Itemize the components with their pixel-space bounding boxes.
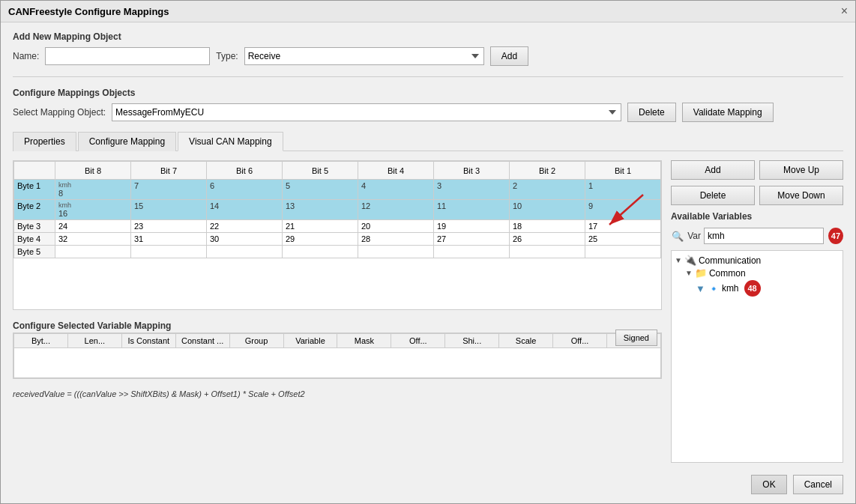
b3c19[interactable]: 19 bbox=[434, 220, 510, 233]
b5c4[interactable] bbox=[283, 246, 358, 258]
badge-48: 48 bbox=[744, 280, 761, 297]
close-button[interactable]: × bbox=[841, 5, 848, 17]
col-scale: Scale bbox=[499, 334, 553, 348]
b3c17[interactable]: 17 bbox=[585, 220, 661, 233]
col-variable: Variable bbox=[283, 334, 337, 348]
b4c31[interactable]: 31 bbox=[131, 233, 207, 246]
b1c1[interactable]: 1 49 bbox=[585, 180, 661, 200]
b4c27[interactable]: 27 bbox=[434, 233, 510, 246]
byte3-label: Byte 3 bbox=[14, 220, 55, 233]
communication-label: Communication bbox=[699, 255, 761, 266]
visual-can-grid-wrapper: Bit 8 Bit 7 Bit 6 Bit 5 Bit 4 Bit 3 Bit … bbox=[13, 160, 662, 310]
right-top-buttons: Add Move Up bbox=[671, 160, 843, 180]
col-bit2: Bit 2 bbox=[510, 162, 585, 180]
b5c5[interactable] bbox=[358, 246, 434, 258]
add-new-mapping-header: Add New Mapping Object bbox=[13, 31, 843, 42]
variable-tree[interactable]: ▼ 🔌 Communication ▼ 📁 Common ▼ 🔹 km bbox=[671, 250, 843, 463]
b1c5[interactable]: 5 bbox=[283, 180, 358, 200]
add-new-mapping-form: Name: Type: Receive Transmit Add bbox=[13, 46, 843, 66]
b5c8[interactable] bbox=[585, 246, 661, 258]
type-label: Type: bbox=[216, 51, 238, 61]
var-icon: ▼ bbox=[696, 283, 705, 294]
col-bit8: Bit 8 bbox=[55, 162, 131, 180]
configure-selected-table: Byt... Len... Is Constant Constant ... G… bbox=[13, 333, 661, 378]
b3c20[interactable]: 20 bbox=[358, 220, 434, 233]
name-input[interactable] bbox=[45, 47, 210, 65]
col-shi: Shi... bbox=[445, 334, 499, 348]
main-window: CANFreestyle Configure Mappings × Add Ne… bbox=[0, 0, 856, 504]
col-len: Len... bbox=[67, 334, 121, 348]
b2c13[interactable]: 13 bbox=[283, 200, 358, 220]
visual-can-grid: Bit 8 Bit 7 Bit 6 Bit 5 Bit 4 Bit 3 Bit … bbox=[13, 161, 661, 258]
ok-button[interactable]: OK bbox=[751, 475, 786, 494]
tree-item-common[interactable]: ▼ 📁 Common bbox=[685, 267, 840, 279]
tab-properties[interactable]: Properties bbox=[13, 132, 76, 151]
grid-scroll[interactable]: Bit 8 Bit 7 Bit 6 Bit 5 Bit 4 Bit 3 Bit … bbox=[13, 161, 661, 258]
grid-corner bbox=[14, 162, 55, 180]
comm-icon: 🔌 bbox=[684, 255, 696, 266]
b5c1[interactable] bbox=[55, 246, 131, 258]
col-mask: Mask bbox=[337, 334, 391, 348]
b5c2[interactable] bbox=[131, 246, 207, 258]
badge-47: 47 bbox=[828, 228, 843, 244]
tree-item-kmh[interactable]: ▼ 🔹 kmh 48 bbox=[696, 279, 840, 297]
b4c25[interactable]: 25 bbox=[585, 233, 661, 246]
b5c7[interactable] bbox=[510, 246, 585, 258]
delete-mapping-button[interactable]: Delete bbox=[627, 103, 676, 122]
b2c9[interactable]: 9 bbox=[585, 200, 661, 220]
b1c8[interactable]: kmh8 bbox=[55, 180, 131, 200]
right-panel: Add Move Up Delete Move Down Available V… bbox=[671, 160, 843, 463]
b3c22[interactable]: 22 bbox=[207, 220, 283, 233]
b2c11[interactable]: 11 bbox=[434, 200, 510, 220]
b3c23[interactable]: 23 bbox=[131, 220, 207, 233]
col-bit3: Bit 3 bbox=[434, 162, 510, 180]
b4c30[interactable]: 30 bbox=[207, 233, 283, 246]
available-variables-label: Available Variables bbox=[671, 211, 843, 222]
validate-mapping-button[interactable]: Validate Mapping bbox=[682, 103, 774, 122]
move-up-button[interactable]: Move Up bbox=[759, 160, 843, 180]
b1c4[interactable]: 4 bbox=[358, 180, 434, 200]
b2c12[interactable]: 12 bbox=[358, 200, 434, 220]
right-delete-button[interactable]: Delete bbox=[671, 186, 755, 205]
b3c18[interactable]: 18 bbox=[510, 220, 585, 233]
tab-visual-can-mapping[interactable]: Visual CAN Mapping bbox=[178, 132, 283, 151]
right-add-button[interactable]: Add bbox=[671, 160, 755, 180]
b4c29[interactable]: 29 bbox=[283, 233, 358, 246]
move-down-button[interactable]: Move Down bbox=[759, 186, 843, 205]
b4c26[interactable]: 26 bbox=[510, 233, 585, 246]
left-panel: Bit 8 Bit 7 Bit 6 Bit 5 Bit 4 Bit 3 Bit … bbox=[13, 160, 662, 463]
b3c21[interactable]: 21 bbox=[283, 220, 358, 233]
b2c15[interactable]: 15 bbox=[131, 200, 207, 220]
col-off1: Off... bbox=[391, 334, 445, 348]
tree-item-communication[interactable]: ▼ 🔌 Communication bbox=[675, 254, 840, 267]
b4c28[interactable]: 28 bbox=[358, 233, 434, 246]
b1c2[interactable]: 2 bbox=[510, 180, 585, 200]
search-row: 🔍 Var 47 bbox=[671, 228, 843, 244]
table-row: Byte 4 32 31 30 29 28 27 26 25 bbox=[14, 233, 661, 246]
b5c6[interactable] bbox=[434, 246, 510, 258]
signed-button[interactable]: Signed bbox=[615, 330, 657, 346]
col-byt: Byt... bbox=[14, 334, 68, 348]
empty-row bbox=[14, 348, 661, 378]
b1c7[interactable]: 7 bbox=[131, 180, 207, 200]
b2c14[interactable]: 14 bbox=[207, 200, 283, 220]
add-button[interactable]: Add bbox=[490, 46, 528, 66]
b1c3[interactable]: 3 bbox=[434, 180, 510, 200]
b3c24[interactable]: 24 bbox=[55, 220, 131, 233]
col-bit6: Bit 6 bbox=[207, 162, 283, 180]
right-bottom-buttons: Delete Move Down bbox=[671, 186, 843, 205]
b5c3[interactable] bbox=[207, 246, 283, 258]
col-bit5: Bit 5 bbox=[283, 162, 358, 180]
b2c10[interactable]: 10 bbox=[510, 200, 585, 220]
type-select[interactable]: Receive Transmit bbox=[244, 47, 484, 65]
search-input[interactable] bbox=[704, 228, 824, 244]
configure-selected-header: Configure Selected Variable Mapping bbox=[13, 318, 662, 333]
search-icon: 🔍 bbox=[671, 228, 684, 243]
mapping-object-select[interactable]: MessageFromMyECU bbox=[112, 103, 621, 121]
window-title: CANFreestyle Configure Mappings bbox=[8, 6, 169, 17]
b4c32[interactable]: 32 bbox=[55, 233, 131, 246]
cancel-button[interactable]: Cancel bbox=[793, 475, 843, 494]
b2c16[interactable]: kmh16 bbox=[55, 200, 131, 220]
tab-configure-mapping[interactable]: Configure Mapping bbox=[78, 132, 176, 151]
b1c6[interactable]: 6 bbox=[207, 180, 283, 200]
